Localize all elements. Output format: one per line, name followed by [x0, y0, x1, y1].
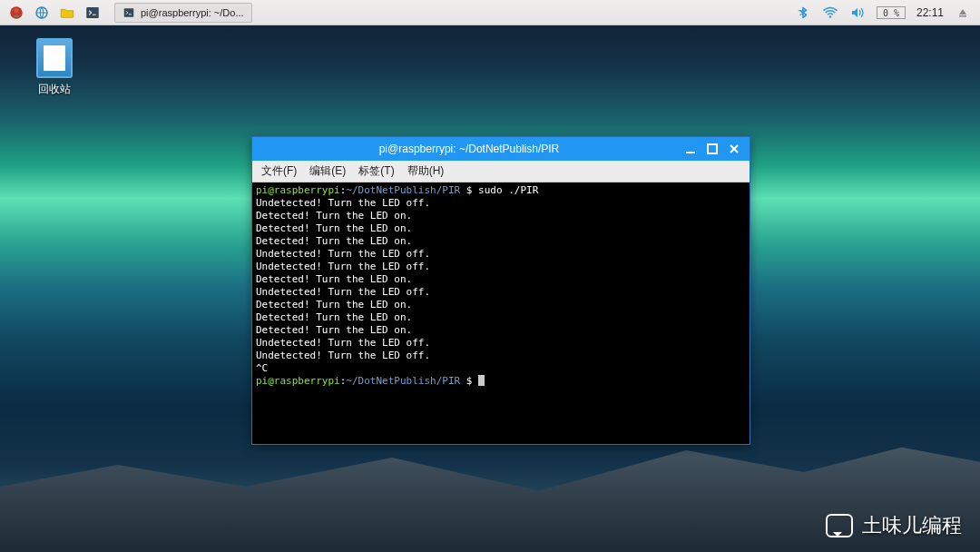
desktop-icon-trash[interactable]: 回收站: [25, 38, 83, 97]
desktop-icon-label: 回收站: [38, 82, 71, 97]
svg-point-5: [829, 15, 832, 18]
svg-rect-3: [86, 7, 99, 18]
window-titlebar[interactable]: pi@raspberrypi: ~/DotNetPublish/PIR: [252, 137, 750, 161]
maximize-button[interactable]: [702, 141, 722, 157]
clock[interactable]: 22:11: [916, 6, 944, 19]
svg-point-1: [15, 7, 19, 12]
watermark: 土味儿编程: [826, 512, 962, 539]
cpu-usage[interactable]: 0 %: [877, 6, 906, 19]
top-panel: pi@raspberrypi: ~/Do... 0 % 22:11: [0, 0, 980, 25]
panel-launchers: [0, 3, 109, 23]
menu-icon[interactable]: [5, 3, 27, 23]
menu-edit[interactable]: 编辑(E): [309, 163, 346, 179]
window-title: pi@raspberrypi: ~/DotNetPublish/PIR: [258, 143, 681, 155]
svg-rect-7: [686, 152, 695, 153]
taskbar-button-label: pi@raspberrypi: ~/Do...: [141, 7, 244, 18]
close-button[interactable]: [724, 141, 744, 157]
svg-rect-8: [708, 144, 717, 153]
terminal-launcher-icon[interactable]: [82, 3, 103, 23]
svg-rect-4: [124, 8, 134, 16]
svg-rect-6: [959, 15, 966, 17]
bluetooth-icon[interactable]: [795, 5, 811, 21]
wechat-icon: [826, 514, 853, 537]
taskbar-button-terminal[interactable]: pi@raspberrypi: ~/Do...: [114, 3, 252, 23]
system-tray: 0 % 22:11: [786, 5, 980, 21]
trash-icon: [36, 38, 73, 78]
volume-icon[interactable]: [849, 5, 866, 21]
terminal-body[interactable]: pi@raspberrypi:~/DotNetPublish/PIR $ sud…: [252, 182, 750, 444]
browser-icon[interactable]: [31, 3, 53, 23]
menu-tabs[interactable]: 标签(T): [358, 163, 394, 179]
watermark-text: 土味儿编程: [862, 512, 962, 539]
menu-help[interactable]: 帮助(H): [407, 163, 445, 179]
terminal-window: pi@raspberrypi: ~/DotNetPublish/PIR 文件(F…: [251, 136, 750, 445]
terminal-menubar: 文件(F) 编辑(E) 标签(T) 帮助(H): [252, 161, 750, 182]
wifi-icon[interactable]: [822, 5, 838, 21]
files-icon[interactable]: [56, 3, 78, 23]
menu-file[interactable]: 文件(F): [261, 163, 297, 179]
minimize-button[interactable]: [681, 141, 701, 157]
eject-icon[interactable]: [955, 5, 971, 21]
